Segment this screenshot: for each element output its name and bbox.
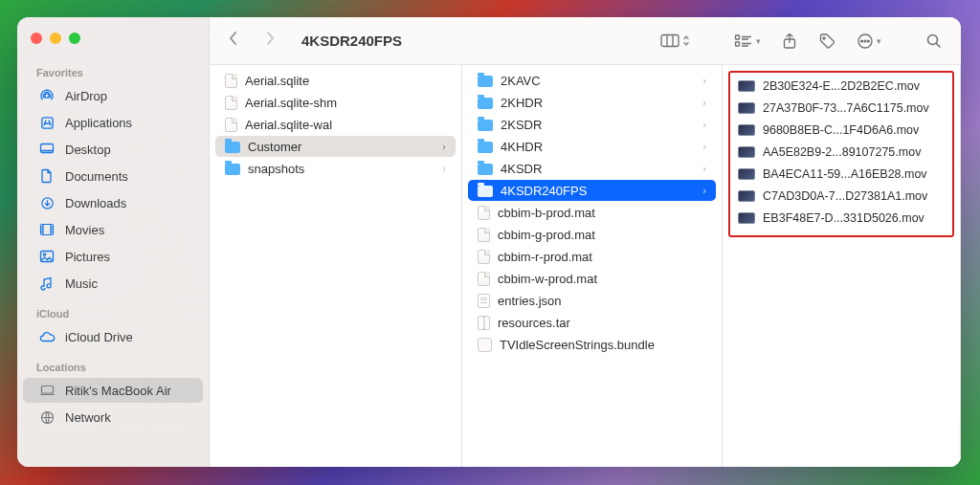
sidebar-item-label: Ritik's MacBook Air bbox=[65, 384, 171, 398]
sidebar-section-icloud: iCloud bbox=[17, 297, 209, 323]
folder-item[interactable]: 2KAVC› bbox=[468, 70, 716, 91]
folder-icon bbox=[478, 98, 493, 109]
search-button[interactable] bbox=[920, 29, 947, 53]
window-controls bbox=[17, 23, 209, 55]
svg-point-15 bbox=[861, 40, 863, 42]
folder-item[interactable]: 2KHDR› bbox=[468, 92, 716, 113]
more-options-button[interactable]: ▾ bbox=[851, 29, 887, 54]
folder-icon bbox=[478, 76, 493, 87]
video-thumb-icon bbox=[738, 146, 755, 158]
video-item[interactable]: 27A37B0F-73...7A6C1175.mov bbox=[732, 98, 950, 119]
sidebar-item-documents[interactable]: Documents bbox=[23, 164, 203, 188]
file-label: 2KAVC bbox=[501, 74, 541, 88]
chevron-right-icon: › bbox=[702, 75, 706, 86]
file-label: 2KSDR bbox=[501, 118, 542, 132]
svg-point-0 bbox=[45, 94, 49, 98]
network-icon bbox=[38, 410, 56, 425]
applications-icon bbox=[38, 116, 56, 130]
file-label: 9680B8EB-C...1F4D6A6.mov bbox=[763, 123, 919, 137]
svg-point-6 bbox=[43, 254, 45, 255]
svg-point-13 bbox=[823, 36, 825, 38]
video-item[interactable]: 9680B8EB-C...1F4D6A6.mov bbox=[732, 120, 950, 141]
sidebar-item-this-mac[interactable]: Ritik's MacBook Air bbox=[23, 378, 203, 403]
folder-item[interactable]: 4KSDR› bbox=[468, 158, 716, 179]
file-label: 4KSDR bbox=[501, 162, 542, 176]
file-item[interactable]: Aerial.sqlite bbox=[215, 70, 456, 91]
sidebar-item-label: Applications bbox=[65, 116, 132, 130]
file-label: BA4ECA11-59...A16EB28.mov bbox=[763, 167, 927, 181]
sidebar-item-label: Pictures bbox=[65, 250, 110, 264]
svg-rect-10 bbox=[736, 35, 740, 39]
desktop-icon bbox=[38, 143, 56, 156]
forward-button[interactable] bbox=[259, 31, 280, 51]
share-button[interactable] bbox=[776, 29, 803, 54]
video-item[interactable]: EB3F48E7-D...331D5026.mov bbox=[732, 208, 950, 229]
chevron-right-icon: › bbox=[702, 141, 706, 152]
view-columns-button[interactable] bbox=[655, 30, 696, 52]
file-item[interactable]: resources.tar bbox=[468, 312, 716, 333]
chevron-right-icon: › bbox=[442, 141, 446, 152]
file-item[interactable]: TVIdleScreenStrings.bundle bbox=[468, 334, 716, 355]
video-thumb-icon bbox=[738, 168, 755, 180]
sidebar-item-desktop[interactable]: Desktop bbox=[23, 137, 203, 162]
sidebar-item-pictures[interactable]: Pictures bbox=[23, 244, 203, 269]
video-item[interactable]: AA5E82B9-2...89107275.mov bbox=[732, 142, 950, 163]
file-label: snapshots bbox=[248, 162, 304, 176]
minimize-button[interactable] bbox=[50, 33, 61, 44]
file-label: 4KHDR bbox=[501, 140, 543, 154]
file-label: cbbim-g-prod.mat bbox=[498, 228, 595, 242]
file-label: Aerial.sqlite-shm bbox=[245, 96, 337, 110]
file-icon bbox=[478, 206, 490, 220]
window-title: 4KSDR240FPS bbox=[301, 33, 402, 49]
chevron-right-icon: › bbox=[442, 163, 446, 174]
documents-icon bbox=[38, 168, 56, 184]
folder-item[interactable]: 4KHDR› bbox=[468, 136, 716, 157]
sidebar-item-icloud-drive[interactable]: iCloud Drive bbox=[23, 324, 203, 349]
svg-point-17 bbox=[868, 40, 870, 42]
file-label: Aerial.sqlite bbox=[245, 74, 309, 88]
close-button[interactable] bbox=[31, 33, 42, 44]
sidebar-item-downloads[interactable]: Downloads bbox=[23, 190, 203, 215]
finder-window: Favorites AirDrop Applications Desktop D… bbox=[17, 17, 961, 467]
folder-item-selected[interactable]: 4KSDR240FPS› bbox=[468, 180, 716, 201]
fullscreen-button[interactable] bbox=[69, 33, 80, 44]
file-label: EB3F48E7-D...331D5026.mov bbox=[763, 211, 924, 225]
chevron-down-icon: ▾ bbox=[877, 36, 881, 46]
video-item[interactable]: C7AD3D0A-7...D27381A1.mov bbox=[732, 186, 950, 207]
folder-item[interactable]: 2KSDR› bbox=[468, 114, 716, 135]
back-button[interactable] bbox=[223, 31, 244, 51]
folder-item[interactable]: snapshots› bbox=[215, 158, 456, 179]
chevron-right-icon: › bbox=[702, 163, 706, 174]
sidebar-item-network[interactable]: Network bbox=[23, 405, 203, 430]
folder-item-customer[interactable]: Customer› bbox=[215, 136, 456, 157]
file-item[interactable]: cbbim-w-prod.mat bbox=[468, 268, 716, 289]
sidebar-item-label: iCloud Drive bbox=[65, 330, 133, 344]
file-label: 27A37B0F-73...7A6C1175.mov bbox=[763, 101, 929, 115]
annotation-highlight-box: 2B30E324-E...2D2B2EC.mov 27A37B0F-73...7… bbox=[728, 71, 954, 237]
video-thumb-icon bbox=[738, 124, 755, 136]
file-label: Aerial.sqlite-wal bbox=[245, 118, 332, 132]
nav-group bbox=[223, 31, 286, 51]
file-label: resources.tar bbox=[498, 316, 570, 330]
file-item[interactable]: cbbim-b-prod.mat bbox=[468, 202, 716, 223]
sidebar-section-favorites: Favorites bbox=[17, 55, 209, 82]
file-item[interactable]: Aerial.sqlite-shm bbox=[215, 92, 456, 113]
sidebar-item-applications[interactable]: Applications bbox=[23, 110, 203, 135]
video-thumb-icon bbox=[738, 190, 755, 202]
sidebar-item-label: Documents bbox=[65, 169, 128, 184]
sidebar-item-music[interactable]: Music bbox=[23, 271, 203, 296]
toolbar: 4KSDR240FPS ▾ ▾ bbox=[210, 17, 961, 65]
tags-button[interactable] bbox=[813, 29, 841, 54]
file-item[interactable]: Aerial.sqlite-wal bbox=[215, 114, 456, 135]
airdrop-icon bbox=[38, 88, 56, 103]
video-item[interactable]: BA4ECA11-59...A16EB28.mov bbox=[732, 164, 950, 185]
group-by-button[interactable]: ▾ bbox=[728, 30, 767, 52]
video-item[interactable]: 2B30E324-E...2D2B2EC.mov bbox=[732, 76, 950, 97]
file-item[interactable]: cbbim-r-prod.mat bbox=[468, 246, 716, 267]
file-item[interactable]: entries.json bbox=[468, 290, 716, 311]
sidebar-item-movies[interactable]: Movies bbox=[23, 217, 203, 242]
file-item[interactable]: cbbim-g-prod.mat bbox=[468, 224, 716, 245]
pictures-icon bbox=[38, 250, 56, 263]
sidebar-item-airdrop[interactable]: AirDrop bbox=[23, 83, 203, 108]
file-label: Customer bbox=[248, 140, 301, 154]
